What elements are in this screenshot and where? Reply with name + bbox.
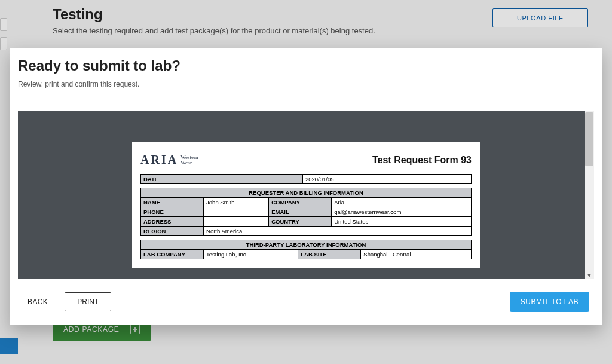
submit-to-lab-button[interactable]: SUBMIT TO LAB — [510, 292, 589, 312]
lab-section: THIRD-PARTY LABORATORY INFORMATION — [141, 240, 472, 250]
phone-label: PHONE — [141, 207, 204, 217]
phone-value — [204, 207, 269, 217]
doc-header: ARIA Western Wear Test Request Form 93 — [140, 153, 472, 167]
document-page: ARIA Western Wear Test Request Form 93 D… — [132, 142, 480, 268]
company-label: COMPANY — [269, 198, 332, 207]
email-value: qal@ariawesternwear.com — [332, 207, 472, 217]
region-value: North America — [204, 227, 472, 236]
country-value: United States — [332, 217, 472, 227]
name-value: John Smith — [204, 198, 269, 207]
company-value: Aria — [332, 198, 472, 207]
country-label: COUNTRY — [269, 217, 332, 227]
labsite-value: Shanghai - Central — [361, 250, 472, 259]
lab-table: THIRD-PARTY LABORATORY INFORMATION LAB C… — [140, 240, 472, 259]
labsite-label: LAB SITE — [298, 250, 361, 259]
date-value: 2020/01/05 — [302, 175, 471, 184]
email-label: EMAIL — [269, 207, 332, 217]
name-label: NAME — [141, 198, 204, 207]
logo-main: ARIA — [140, 153, 178, 167]
date-label: DATE — [141, 175, 303, 184]
brand-logo: ARIA Western Wear — [140, 153, 198, 167]
modal-overlay: Ready to submit to lab? Review, print an… — [0, 0, 612, 364]
footer-left: BACK PRINT — [27, 292, 111, 311]
print-button[interactable]: PRINT — [65, 292, 111, 311]
submit-modal: Ready to submit to lab? Review, print an… — [10, 48, 602, 325]
doc-title: Test Request Form 93 — [372, 155, 472, 166]
address-label: ADDRESS — [141, 217, 204, 227]
modal-title: Ready to submit to lab? — [18, 57, 594, 74]
modal-header: Ready to submit to lab? Review, print an… — [10, 48, 602, 94]
back-button[interactable]: BACK — [27, 298, 48, 306]
region-label: REGION — [141, 227, 204, 236]
modal-footer: BACK PRINT SUBMIT TO LAB — [10, 279, 602, 325]
address-value — [204, 217, 269, 227]
requester-table: REQUESTER AND BILLING INFORMATION NAME J… — [140, 188, 472, 236]
scroll-down-icon[interactable]: ▼ — [586, 272, 592, 279]
labcompany-label: LAB COMPANY — [141, 250, 204, 259]
labcompany-value: Testing Lab, Inc — [204, 250, 298, 259]
requester-section: REQUESTER AND BILLING INFORMATION — [141, 188, 472, 198]
document-preview[interactable]: ▲ ▼ ARIA Western Wear Test Request Form … — [18, 111, 594, 279]
date-table: DATE 2020/01/05 — [140, 174, 472, 184]
scrollbar[interactable]: ▲ ▼ — [585, 111, 594, 279]
scroll-thumb[interactable] — [585, 112, 593, 166]
logo-sub2: Wear — [180, 160, 198, 166]
modal-subtitle: Review, print and confirm this request. — [18, 80, 594, 88]
